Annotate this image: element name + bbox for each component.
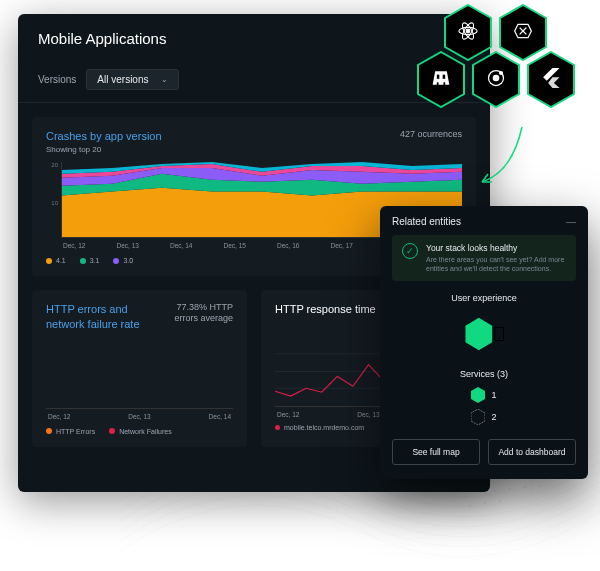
legend-dot — [109, 428, 115, 434]
legend-item: HTTP Errors — [46, 428, 95, 435]
x-tick: Dec, 12 — [48, 413, 70, 420]
add-to-dashboard-button[interactable]: Add to dashboard — [488, 439, 576, 465]
svg-marker-36 — [471, 387, 485, 403]
x-tick: Dec, 13 — [117, 242, 139, 249]
legend-dot — [46, 428, 52, 434]
x-axis: Dec, 12 Dec, 13 Dec, 14 — [46, 413, 233, 420]
user-experience-hex[interactable] — [464, 311, 504, 357]
svg-rect-27 — [443, 74, 446, 78]
filter-label: Versions — [38, 74, 76, 85]
svg-point-9 — [509, 488, 511, 490]
related-entities-panel: Related entities — ✓ Your stack looks he… — [380, 206, 588, 479]
svg-point-12 — [469, 505, 471, 507]
service-row[interactable]: 2 — [471, 409, 496, 425]
svg-point-31 — [499, 70, 503, 74]
y-tick: 10 — [46, 200, 58, 206]
side-panel-title: Related entities — [392, 216, 461, 227]
x-tick: Dec, 15 — [224, 242, 246, 249]
legend-item: 3.0 — [113, 257, 133, 264]
flutter-icon — [526, 51, 576, 108]
framework-hex-cluster — [400, 4, 590, 124]
see-full-map-button[interactable]: See full map — [392, 439, 480, 465]
chevron-down-icon: ⌄ — [161, 75, 168, 84]
y-tick: 20 — [46, 162, 58, 168]
http-errors-panel: HTTP errors and network failure rate 77.… — [32, 290, 247, 447]
svg-marker-33 — [465, 318, 492, 351]
svg-point-10 — [524, 486, 526, 488]
http-errors-legend: HTTP Errors Network Failures — [46, 428, 233, 435]
svg-point-8 — [494, 490, 496, 492]
crashes-subtitle: Showing top 20 — [46, 145, 162, 154]
legend-dot — [275, 425, 280, 430]
legend-dot — [80, 258, 86, 264]
x-tick: Dec, 14 — [209, 413, 231, 420]
x-tick: Dec, 13 — [357, 411, 379, 418]
healthy-subtitle: Are there areas you can't see yet? Add m… — [426, 255, 566, 273]
svg-point-35 — [498, 338, 499, 339]
legend-item: 4.1 — [46, 257, 66, 264]
legend-dot — [113, 258, 119, 264]
service-hex-icon — [471, 409, 485, 425]
legend-item: Network Failures — [109, 428, 172, 435]
cordova-icon — [416, 51, 466, 108]
user-experience-label: User experience — [392, 293, 576, 303]
legend-dot — [46, 258, 52, 264]
svg-marker-37 — [471, 409, 485, 425]
check-circle-icon: ✓ — [402, 243, 418, 259]
crashes-occurrences: 427 ocurrences — [400, 129, 462, 140]
services-list: 1 2 — [392, 387, 576, 425]
arrow-icon — [472, 122, 532, 192]
versions-dropdown[interactable]: All versions ⌄ — [86, 69, 178, 90]
mobile-icon — [494, 324, 504, 344]
svg-point-19 — [466, 29, 470, 33]
minimize-icon[interactable]: — — [566, 216, 576, 227]
http-errors-meta: 77.38% HTTP errors average — [173, 302, 233, 324]
services-label: Services (3) — [392, 369, 576, 379]
service-hex-icon — [471, 387, 485, 403]
svg-point-30 — [493, 74, 500, 81]
x-tick: Dec, 13 — [128, 413, 150, 420]
legend-item: 3.1 — [80, 257, 100, 264]
healthy-status-box: ✓ Your stack looks healthy Are there are… — [392, 235, 576, 281]
http-errors-chart: // bars generated below via binding scri… — [46, 339, 233, 409]
x-tick: Dec, 16 — [277, 242, 299, 249]
http-errors-title[interactable]: HTTP errors and network failure rate — [46, 302, 146, 331]
ionic-icon — [471, 51, 521, 108]
svg-point-7 — [479, 492, 481, 494]
service-row[interactable]: 1 — [471, 387, 496, 403]
svg-point-14 — [499, 500, 501, 502]
svg-point-6 — [464, 495, 466, 497]
x-tick: Dec, 17 — [331, 242, 353, 249]
svg-point-11 — [539, 485, 541, 487]
dropdown-value: All versions — [97, 74, 148, 85]
x-tick: Dec, 14 — [170, 242, 192, 249]
svg-point-13 — [484, 502, 486, 504]
svg-rect-26 — [437, 74, 440, 78]
healthy-title: Your stack looks healthy — [426, 243, 566, 253]
crashes-title[interactable]: Crashes by app version — [46, 129, 162, 143]
x-tick: Dec, 12 — [63, 242, 85, 249]
x-tick: Dec, 12 — [277, 411, 299, 418]
